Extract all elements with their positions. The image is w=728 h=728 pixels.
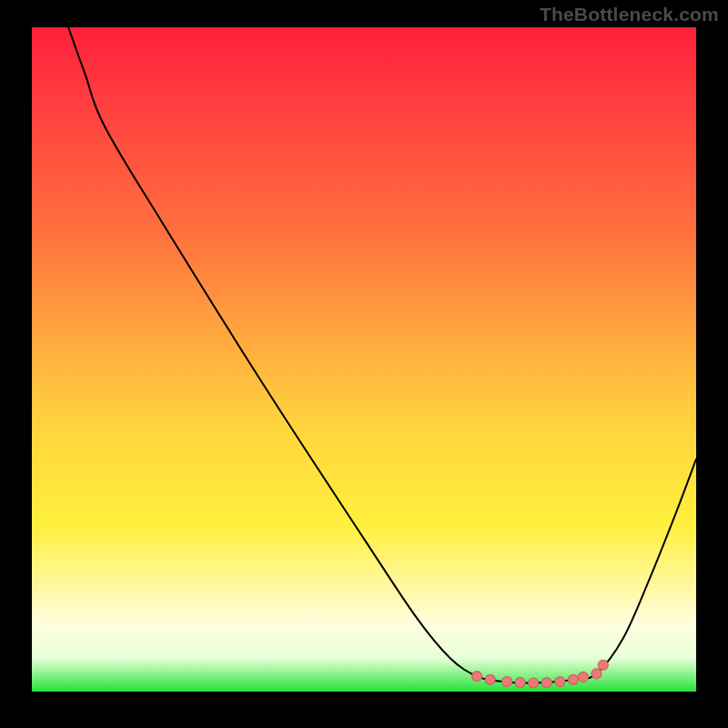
valley-marker bbox=[485, 674, 495, 684]
valley-marker bbox=[501, 677, 511, 687]
chart-svg bbox=[32, 27, 696, 692]
valley-marker bbox=[568, 674, 578, 684]
watermark-text: TheBottleneck.com bbox=[540, 4, 719, 25]
plot-area bbox=[32, 27, 696, 692]
valley-marker-group bbox=[472, 660, 609, 688]
chart-frame: TheBottleneck.com bbox=[0, 0, 728, 728]
valley-marker bbox=[541, 678, 551, 688]
valley-marker bbox=[515, 678, 525, 688]
valley-marker bbox=[598, 660, 608, 670]
valley-marker bbox=[529, 678, 539, 688]
bottleneck-curve bbox=[68, 27, 696, 683]
valley-marker bbox=[578, 672, 588, 682]
valley-marker bbox=[555, 677, 565, 687]
valley-marker bbox=[592, 669, 602, 679]
valley-marker bbox=[472, 672, 482, 682]
